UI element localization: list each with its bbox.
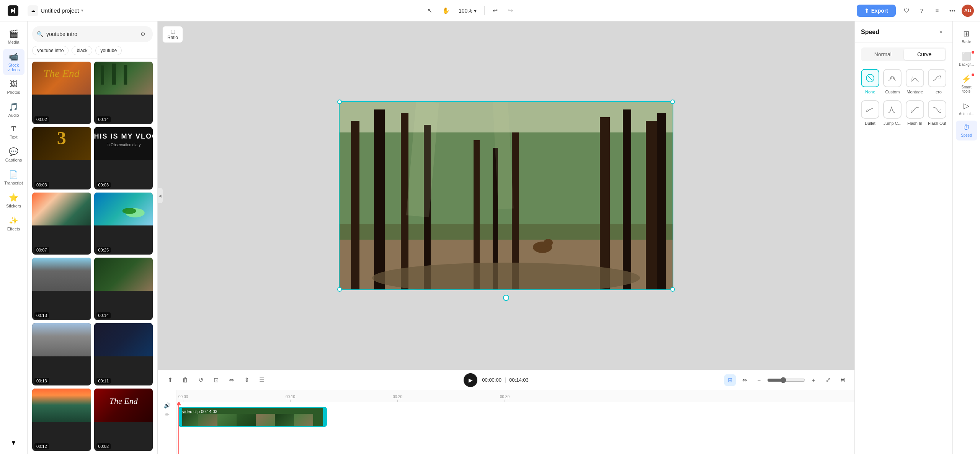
right-tool-smart[interactable]: ⚡ Smart tools: [956, 71, 977, 96]
play-button[interactable]: ▶: [464, 373, 477, 387]
corner-handle-bl[interactable]: [337, 287, 342, 292]
cloud-icon: ☁: [28, 5, 38, 16]
list-item[interactable]: 3 00:03: [32, 127, 91, 189]
right-tool-speed[interactable]: ⏱ Speed: [956, 121, 977, 140]
hand-tool-button[interactable]: ✋: [439, 4, 452, 17]
tab-curve[interactable]: Curve: [904, 49, 946, 60]
speed-jump-icon-box: [883, 100, 902, 119]
sidebar-item-captions[interactable]: 💬 Captions: [3, 144, 24, 165]
clip-thumb-tile: [275, 414, 294, 427]
zoom-level: 100%: [459, 8, 472, 14]
list-item[interactable]: The End 00:02: [94, 389, 153, 451]
speed-option-flash-out[interactable]: Flash Out: [928, 100, 946, 126]
app-logo[interactable]: [6, 4, 20, 18]
sidebar-item-effects[interactable]: ✨ Effects: [3, 213, 24, 234]
list-item[interactable]: 00:12: [32, 389, 91, 451]
cursor-tool-button[interactable]: ↖: [423, 4, 436, 17]
undo-button[interactable]: ↩: [489, 5, 501, 17]
sidebar-collapse-button[interactable]: ▼: [3, 436, 24, 449]
timeline-mirror-button[interactable]: ⇕: [240, 374, 253, 386]
avatar[interactable]: AU: [962, 5, 974, 17]
timeline-playhead[interactable]: [178, 402, 179, 454]
more-button[interactable]: •••: [946, 5, 959, 17]
zoom-out-button[interactable]: −: [753, 374, 765, 386]
tab-normal[interactable]: Normal: [862, 49, 904, 60]
timeline-split-track-button[interactable]: ⇔: [739, 374, 750, 386]
edit-track-icon[interactable]: ✏: [165, 412, 170, 418]
sidebar-item-stickers[interactable]: ⭐ Stickers: [3, 190, 24, 211]
sidebar-item-text[interactable]: T Text: [3, 122, 24, 142]
right-tool-animate[interactable]: ▷ Animat...: [956, 98, 977, 119]
right-tool-background[interactable]: ⬜ Backgr...: [956, 49, 977, 70]
filter-button[interactable]: ⚙: [137, 29, 148, 39]
search-input[interactable]: [46, 31, 134, 37]
timeline-duplicate-button[interactable]: ↺: [194, 374, 207, 386]
speed-panel-close-button[interactable]: ×: [936, 27, 946, 38]
timeline-flip-button[interactable]: ⇔: [225, 374, 237, 386]
sidebar-item-audio[interactable]: 🎵 Audio: [3, 99, 24, 121]
panel-collapse-button[interactable]: ◀: [158, 188, 163, 203]
list-item[interactable]: 00:14: [94, 62, 153, 124]
list-item[interactable]: 00:25: [94, 193, 153, 255]
mute-icon[interactable]: 🔊: [164, 402, 170, 408]
help-button[interactable]: ?: [916, 5, 928, 17]
list-item[interactable]: 00:11: [94, 323, 153, 385]
redo-button[interactable]: ↪: [505, 5, 517, 17]
stickers-icon: ⭐: [9, 193, 18, 202]
background-icon: ⬜: [962, 52, 971, 61]
timeline-delete-button[interactable]: 🗑: [179, 374, 191, 386]
ratio-label: Ratio: [167, 35, 178, 40]
monitor-button[interactable]: 🖥: [837, 374, 848, 386]
speed-option-none[interactable]: None: [861, 69, 879, 94]
brand-button[interactable]: ≡: [931, 5, 943, 17]
zoom-in-button[interactable]: +: [808, 374, 819, 386]
project-selector[interactable]: ☁ Untitled project ▾: [28, 5, 83, 16]
canvas-viewport[interactable]: [158, 21, 854, 370]
tag-youtube-intro[interactable]: youtube intro: [32, 46, 69, 55]
list-item[interactable]: THIS IS MY VLOG In Observation diary 00:…: [94, 127, 153, 189]
list-item[interactable]: 00:14: [94, 258, 153, 320]
speed-option-hero[interactable]: Hero: [928, 69, 946, 94]
list-item[interactable]: 00:13: [32, 258, 91, 320]
video-clip[interactable]: video clip 00:14:03: [178, 407, 327, 427]
list-item[interactable]: The End 00:02: [32, 62, 91, 124]
sidebar-item-stock[interactable]: 📹 Stock videos: [3, 49, 24, 75]
video-duration: 00:13: [34, 378, 49, 384]
timeline-magnet-button[interactable]: ⊞: [724, 374, 736, 386]
list-item[interactable]: 00:13: [32, 323, 91, 385]
speed-option-bullet[interactable]: Bullet: [861, 100, 879, 126]
speed-option-jump-cut[interactable]: Jump C...: [883, 100, 902, 126]
rotate-handle[interactable]: [503, 295, 509, 301]
corner-handle-tl[interactable]: [337, 100, 342, 104]
sidebar-item-transcript[interactable]: 📄 Transcript: [3, 167, 24, 188]
timeline-split-button[interactable]: ⬆: [164, 374, 176, 386]
zoom-selector[interactable]: 100% ▾: [456, 6, 480, 15]
export-button[interactable]: ⬆ Export: [857, 5, 896, 17]
shield-button[interactable]: 🛡: [900, 5, 913, 17]
timeline-body: 🔊 ✏ 00:00 00:10: [158, 390, 854, 454]
right-tool-basic[interactable]: ⊞ Basic: [956, 26, 977, 47]
timeline-crop-button[interactable]: ⊡: [210, 374, 222, 386]
clip-handle-left[interactable]: [179, 408, 182, 426]
timeline-more-button[interactable]: ☰: [256, 374, 268, 386]
sidebar-label-audio: Audio: [8, 113, 19, 118]
video-preview[interactable]: [339, 101, 673, 290]
speed-option-custom[interactable]: Custom: [883, 69, 902, 94]
tag-black[interactable]: black: [72, 46, 92, 55]
corner-handle-br[interactable]: [670, 287, 675, 292]
zoom-slider[interactable]: [767, 377, 805, 383]
sidebar-item-photos[interactable]: 🖼 Photos: [3, 77, 24, 98]
corner-handle-tr[interactable]: [670, 100, 675, 104]
sidebar-item-media[interactable]: 🎬 Media: [3, 26, 24, 47]
speed-option-flash-in[interactable]: Flash In: [906, 100, 924, 126]
clip-handle-right[interactable]: [323, 408, 326, 426]
fullscreen-button[interactable]: ⤢: [822, 374, 834, 386]
tag-youtube[interactable]: youtube: [95, 46, 122, 55]
timeline-tracks[interactable]: video clip 00:14:03: [177, 402, 854, 454]
speed-option-montage[interactable]: Montage: [906, 69, 924, 94]
list-item[interactable]: 00:07: [32, 193, 91, 255]
background-label: Backgr...: [959, 62, 974, 67]
ratio-button[interactable]: ⬚ Ratio: [162, 26, 183, 43]
ruler-mark-10: 00:10: [286, 395, 295, 402]
search-bar[interactable]: 🔍 ⚙: [32, 26, 153, 42]
